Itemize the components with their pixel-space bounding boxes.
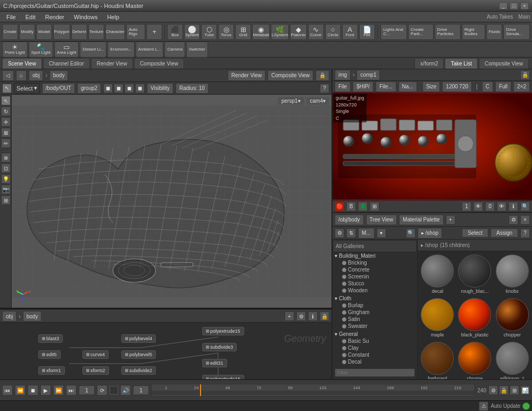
area-light-btn[interactable]: ▭Area Light: [54, 42, 79, 57]
img-0-btn[interactable]: 0: [485, 202, 495, 211]
platonic-tool[interactable]: ◆Platonic: [290, 24, 307, 40]
texture-tab[interactable]: Texture: [88, 24, 104, 40]
minimize-btn[interactable]: _: [499, 2, 508, 10]
timeline-loop-btn[interactable]: ⟳: [97, 385, 107, 396]
mat-item-knobs[interactable]: knobs: [495, 253, 530, 295]
node-path-body[interactable]: body: [23, 311, 42, 322]
mat-tab-objbody[interactable]: /obj/body: [335, 215, 364, 225]
tree-item-basicsu[interactable]: Basic Su: [334, 338, 416, 344]
viewport-3d-inner[interactable]: ↖ ↻ ✛ ⊠ ✏ ⊕ ⊡ 💡 📷 ⊞: [0, 95, 331, 308]
node-xform1[interactable]: xform1: [38, 366, 65, 375]
tool-move[interactable]: ✛: [1, 117, 11, 127]
mat-dropdown-btn[interactable]: ▾: [377, 228, 386, 238]
img-hip-btn[interactable]: $HIP/: [353, 81, 373, 92]
mat-search-btn[interactable]: 🔍: [406, 228, 415, 238]
timeline-btn-a[interactable]: ⚙: [488, 385, 498, 395]
timeline-play-btn[interactable]: ▶: [40, 385, 51, 396]
mat-select-btn[interactable]: Select: [462, 228, 488, 237]
tool-scale[interactable]: ⊠: [1, 128, 11, 137]
ambient-btn[interactable]: Ambient L...: [136, 42, 164, 57]
timeline-btn-c[interactable]: ⊞: [510, 385, 519, 395]
mat-m-btn[interactable]: M...: [358, 228, 375, 239]
menu-render[interactable]: Render: [41, 13, 69, 21]
sel-icon-1[interactable]: ◼: [103, 84, 113, 93]
timeline-btn-d[interactable]: 📊: [520, 385, 530, 395]
tool-select[interactable]: ↖: [1, 96, 11, 105]
img-full-btn[interactable]: Full: [495, 81, 511, 92]
img-channel-c[interactable]: C: [482, 81, 493, 92]
menu-edit[interactable]: Edit: [21, 13, 40, 21]
drive-particles-btn[interactable]: Drive Particles: [435, 24, 461, 40]
deform-tab[interactable]: Deform: [71, 24, 87, 40]
img-1-btn[interactable]: 1: [462, 202, 471, 211]
timeline-square-btn[interactable]: [110, 386, 118, 394]
drive-simula-btn[interactable]: Drive Simula...: [503, 24, 530, 40]
switcher-btn[interactable]: Switcher: [186, 42, 208, 57]
timeline-next-btn[interactable]: ⏩: [53, 385, 64, 396]
menu-file[interactable]: File: [2, 13, 20, 21]
mat-item-decal[interactable]: decal: [420, 253, 455, 295]
node-add-btn[interactable]: +: [285, 311, 294, 321]
tool-snap[interactable]: ⊕: [1, 153, 11, 162]
tab-scene-view[interactable]: Scene View: [2, 58, 42, 69]
img-path-comp[interactable]: comp1: [356, 70, 380, 80]
image-display[interactable]: guitar_full.jpg 1280x720 Single C: [332, 93, 532, 200]
node-settings-btn[interactable]: ⚙: [296, 311, 306, 321]
sel-icon-4[interactable]: ◼: [135, 84, 145, 93]
select-mode[interactable]: Select ▾: [14, 83, 40, 94]
tree-general-header[interactable]: ▾ General: [334, 331, 416, 338]
help-btn[interactable]: ?: [320, 84, 329, 93]
curve-tool[interactable]: ∿Curve: [308, 24, 324, 40]
sphere-tool[interactable]: ⚪Sphere: [184, 24, 200, 40]
tree-item-sweater[interactable]: Sweater: [334, 323, 416, 330]
node-blast3[interactable]: blast3: [38, 334, 63, 343]
node-curve4[interactable]: curve4: [82, 350, 109, 359]
mat-item-rough-black[interactable]: rough_blac...: [457, 253, 492, 295]
box-tool[interactable]: ⬛Box: [167, 24, 183, 40]
tab-channel-editor[interactable]: Channel Editor: [43, 58, 90, 69]
tab-render-view[interactable]: Render View: [91, 58, 133, 69]
img-info-btn[interactable]: ℹ: [509, 202, 518, 211]
img-zoom-btn[interactable]: 🔍: [520, 202, 530, 211]
tree-filter-input[interactable]: [335, 368, 415, 377]
vp-back-btn[interactable]: ◁: [2, 70, 14, 81]
tab-composite-view2[interactable]: Composite View: [479, 58, 529, 69]
tree-item-screenin[interactable]: Screenin: [334, 273, 416, 280]
img-eye2-btn[interactable]: 👁: [497, 202, 506, 211]
group-label[interactable]: group2: [77, 83, 101, 94]
rigid-bodies-btn[interactable]: Rigid Bodies: [462, 24, 485, 40]
mat-close-btn[interactable]: ×: [520, 215, 530, 225]
tree-item-burlap[interactable]: Burlap: [334, 302, 416, 309]
mat-item-black-plastic[interactable]: black_plastic: [457, 297, 492, 339]
tab-take-list[interactable]: Take List: [445, 58, 477, 69]
node-subdivide3[interactable]: subdivide3: [202, 343, 237, 351]
tool-wire[interactable]: ⊡: [1, 163, 11, 173]
tree-building-header[interactable]: ▾ Building_Materi: [334, 252, 416, 259]
camera-btn[interactable]: Camera: [164, 42, 185, 57]
mat-item-chrome[interactable]: chrome: [457, 341, 492, 382]
tree-item-gingham[interactable]: Gingham: [334, 309, 416, 316]
metaball-tool[interactable]: ◉Metaball: [252, 24, 270, 40]
img-eye-btn[interactable]: 👁: [473, 202, 483, 211]
menu-windows[interactable]: Windows: [70, 13, 102, 21]
timeline-track[interactable]: 124487296120144168192216: [151, 384, 475, 397]
vp-path-obj[interactable]: obj: [29, 70, 43, 81]
node-lock-btn[interactable]: 🔒: [320, 311, 329, 321]
node-polybevel4[interactable]: polybevel4: [121, 334, 156, 343]
tree-item-decal[interactable]: Decal: [334, 358, 416, 365]
close-btn[interactable]: ×: [520, 2, 529, 10]
extra-tab[interactable]: +: [146, 24, 162, 40]
lights-btn[interactable]: Lights And C...: [380, 24, 407, 40]
environ-btn[interactable]: Environm...: [107, 42, 134, 57]
grid-tool[interactable]: ⊞Grid: [235, 24, 251, 40]
mat-tab-treeview[interactable]: Tree View: [366, 215, 397, 225]
vp-lock-btn[interactable]: 🔒: [315, 70, 329, 81]
visibility-btn[interactable]: Visibility: [147, 83, 173, 94]
tab-xform2[interactable]: x/form2: [414, 58, 444, 69]
node-xform2[interactable]: xform2: [82, 366, 109, 375]
mat-item-chopper[interactable]: chopper: [495, 297, 530, 339]
font-tool[interactable]: AFont: [342, 24, 358, 40]
img-lock-btn[interactable]: 🔒: [520, 70, 530, 80]
timeline-audio-btn[interactable]: 🔊: [120, 385, 131, 396]
timeline-end-btn[interactable]: ⏭: [66, 385, 77, 396]
